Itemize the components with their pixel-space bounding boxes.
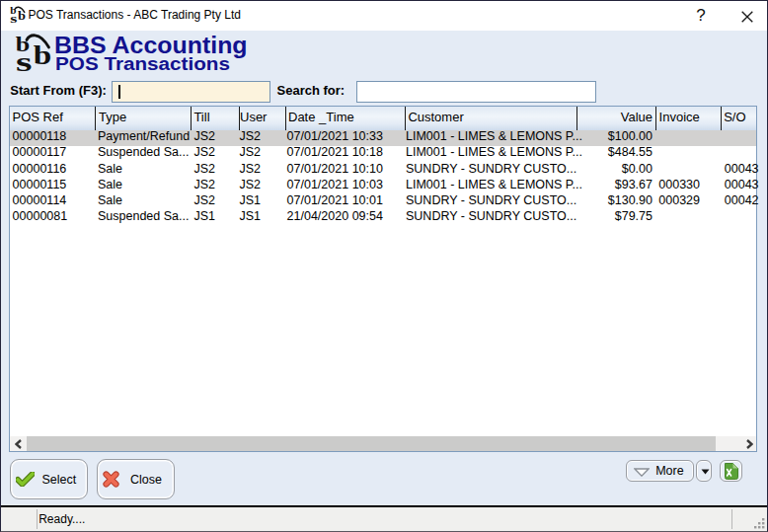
svg-text:s: s (16, 47, 33, 76)
svg-text:s: s (10, 13, 18, 25)
svg-text:b: b (18, 9, 26, 23)
svg-text:b: b (34, 39, 52, 70)
